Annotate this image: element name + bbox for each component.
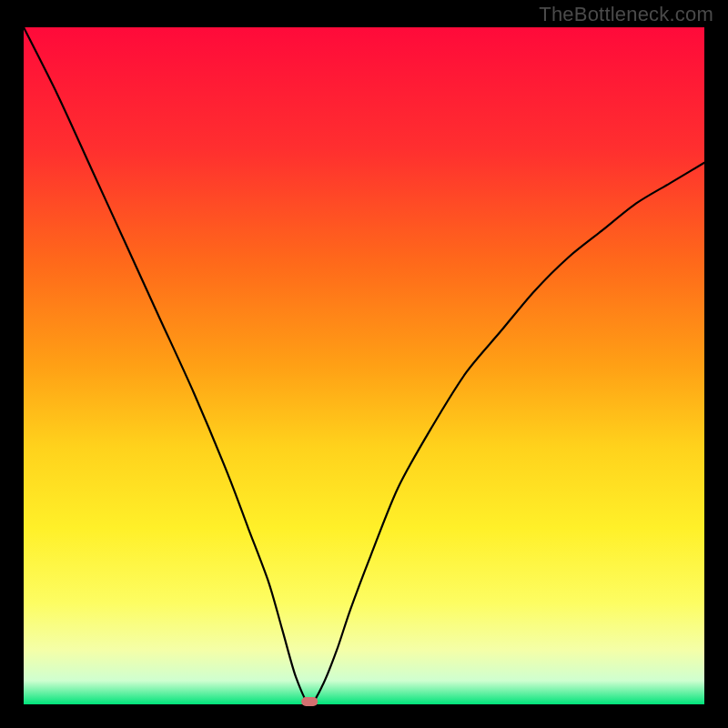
chart-stage: TheBottleneck.com <box>0 0 728 728</box>
minimum-marker <box>301 697 318 706</box>
plot-area <box>24 27 704 704</box>
bottleneck-chart <box>0 0 728 728</box>
watermark-text: TheBottleneck.com <box>539 3 713 26</box>
